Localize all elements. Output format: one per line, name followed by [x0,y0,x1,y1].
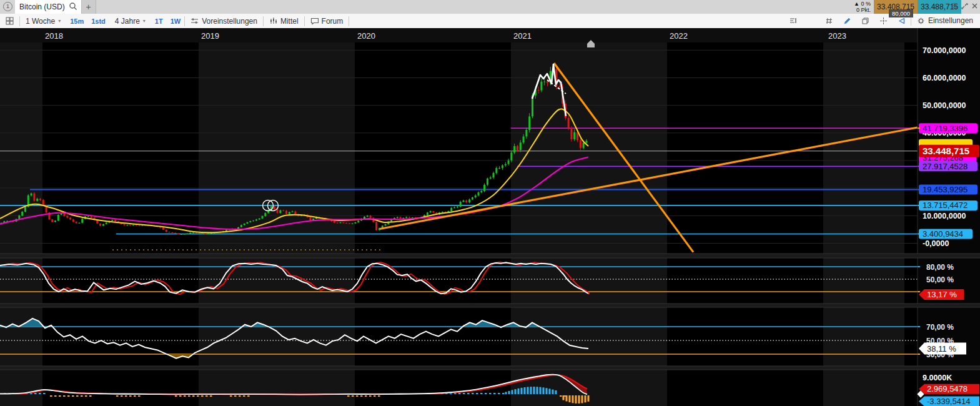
axis-label: 50.000,0000 [923,101,966,110]
new-tab-button[interactable]: + [82,0,96,14]
settings-label: Einstellungen [928,16,973,25]
range-1w-link[interactable]: 1W [167,14,185,28]
chevron-down-icon: ▾ [143,18,146,24]
quote-panel: ▲ 0 % 0 Pkt. 33.408,715 33.488,715 80,00… [854,0,961,14]
window-number-badge: 1 [3,2,12,11]
layers-icon[interactable] [856,14,874,27]
price-badge: 2.969,5478 [919,384,979,394]
timeframe-1std-link[interactable]: 1std [87,14,109,28]
chart-canvas[interactable]: 70.000,000060.000,000050.000,000040.000,… [0,28,980,406]
price-badge: 19.453,9295 [919,185,978,195]
price-badge: 3.400,9434 [919,229,973,239]
svg-text:3.400,9434: 3.400,9434 [923,229,963,239]
change-indicator: ▲ 0 % 0 Pkt. [854,0,874,14]
axis-label: 10.000,0000 [923,212,966,220]
svg-text:38,11 %: 38,11 % [927,344,956,354]
chevron-down-icon: ▾ [58,18,61,24]
text-size-icon[interactable] [802,14,820,27]
svg-text:19.453,9295: 19.453,9295 [923,185,968,194]
price-badge: 38,11 % [919,343,966,355]
presets-button[interactable]: Voreinstellungen [185,14,263,28]
axis-label: 9.0000K [923,374,952,382]
year-label: 2023 [828,31,846,41]
trading-chart-window: 1 Bitcoin (USD) + ▲ 0 % 0 Pkt. 33.408,71… [0,0,980,406]
tab-bar: 1 Bitcoin (USD) + ▲ 0 % 0 Pkt. 33.408,71… [0,0,980,14]
close-window-icon[interactable] [971,2,979,12]
price-badge: 13.715,4472 [919,201,978,210]
year-label: 2022 [670,31,688,41]
chart-toolbar: 1 Woche▾15m1std4 Jahre▾1T1WVoreinstellun… [0,14,980,29]
axis-label: -0,0000 [923,239,949,248]
year-label: 2020 [357,31,375,41]
instrument-tab[interactable]: Bitcoin (USD) [15,0,82,14]
timeframe-15m-link[interactable]: 15m [66,14,87,28]
svg-text:13.715,4472: 13.715,4472 [923,201,968,210]
range-dropdown[interactable]: 4 Jahre▾ [109,14,151,28]
change-points: 0 Pkt. [854,7,871,13]
axis-label: 60.000,0000 [923,74,966,82]
change-percent: ▲ 0 % [854,1,871,7]
price-badge: 41.719,3396 [919,123,978,133]
search-icon[interactable] [69,2,77,12]
draw-tool-icon[interactable] [838,14,856,27]
chart-area[interactable]: 70.000,000060.000,000050.000,000040.000,… [0,28,980,406]
axis-label: 70.000,0000 [923,46,966,55]
layout-grid-button[interactable] [0,14,19,28]
timeframe-dropdown[interactable]: 1 Woche▾ [20,14,66,28]
expand-window-icon[interactable] [961,2,969,12]
indicators-button[interactable]: Mittel [264,14,304,28]
price-badge: -3.339,5414 [919,396,979,406]
window-menu-icon[interactable] [951,2,959,12]
axis-label: 70,00 % [926,323,954,332]
axis-label: 80,00 % [926,263,954,272]
svg-text:13,17 %: 13,17 % [927,290,957,299]
year-label: 2018 [45,31,63,41]
svg-text:27.917,4528: 27.917,4528 [923,162,968,171]
svg-text:2.969,5478: 2.969,5478 [927,384,968,394]
axis-settings-icon[interactable] [784,14,802,27]
spread-tooltip: 80,000 [889,9,913,17]
forum-button[interactable]: Forum [305,14,349,28]
price-badge: 27.917,4528 [919,161,978,171]
range-1t-link[interactable]: 1T [151,14,167,28]
axis-label: 50,00 % [926,275,954,284]
svg-text:33.448,715: 33.448,715 [923,146,969,156]
settings-button[interactable]: Einstellungen [911,14,979,27]
svg-text:41.719,3396: 41.719,3396 [923,124,968,133]
grid-toggle-icon[interactable] [820,14,838,27]
svg-text:-3.339,5414: -3.339,5414 [927,397,970,406]
price-badge: 33.448,715 [919,145,979,157]
instrument-tab-label: Bitcoin (USD) [19,2,65,11]
year-label: 2019 [201,31,219,41]
year-label: 2021 [513,31,532,41]
price-badge: 13,17 % [919,289,964,300]
